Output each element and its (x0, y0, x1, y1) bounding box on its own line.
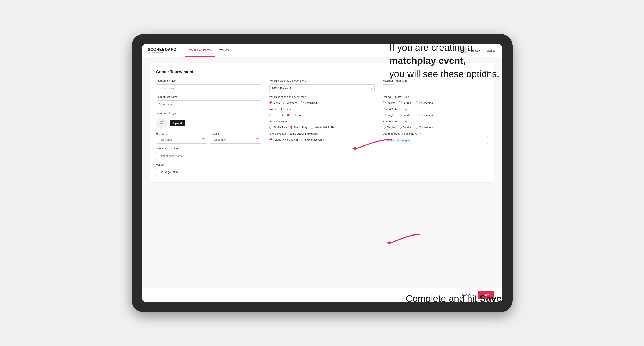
division-select-wrapper: NCAA Division I NCAA Division II NCAA Di… (270, 84, 374, 92)
individuals-radio[interactable] (301, 138, 304, 141)
tournament-host-section: Tournament Host (156, 79, 261, 92)
scoring-medal-match-play[interactable]: Medal Match Play (311, 126, 336, 129)
sponsor-section: Sponsor (optional) (156, 147, 261, 160)
scoring-section: Scoring system Stroke Play Match Play (270, 120, 374, 129)
division-section: Which division is the event for? NCAA Di… (270, 79, 374, 92)
teams-plus-individuals[interactable]: Teams (+Individuals) (270, 138, 298, 141)
scoring-label: Scoring system (270, 120, 374, 123)
gender-combined-radio[interactable] (301, 101, 304, 104)
ann-top-bold: matchplay event, (389, 55, 466, 66)
top-annotation: If you are creating a matchplay event, y… (389, 41, 574, 80)
individuals-only[interactable]: Individuals Only (301, 138, 324, 141)
ann-bottom-text1: Complete and hit (406, 293, 477, 304)
scoring-stroke-play[interactable]: Stroke Play (270, 126, 287, 129)
medal-match-play-radio[interactable] (311, 126, 314, 129)
tournament-host-label: Tournament Host (156, 79, 261, 82)
gender-womens-label: Womens (287, 101, 298, 104)
tournament-name-section: Tournament name (156, 95, 261, 108)
round-1[interactable]: 1 (270, 114, 275, 117)
nav-teams[interactable]: TEAMS (215, 44, 233, 57)
division-select[interactable]: NCAA Division I NCAA Division II NCAA Di… (270, 84, 374, 92)
ann-top-text1: If you are creating a (389, 42, 473, 53)
venue-select-wrapper: Search golf club (156, 168, 261, 176)
top-arrow (352, 137, 394, 157)
division-label: Which division is the event for? (270, 79, 374, 82)
start-date-wrapper: 📅 (156, 136, 208, 144)
rounds-radio-group: 1 2 3 (270, 114, 374, 117)
ann-bottom-bold: Save. (480, 293, 504, 304)
stroke-play-radio[interactable] (270, 126, 272, 129)
end-date-label: End date (210, 133, 220, 136)
logo-placeholder (156, 117, 168, 129)
bottom-annotation: Complete and hit Save. (406, 292, 570, 305)
tournament-logo-section: Tournament logo (156, 112, 261, 129)
round-2-radio[interactable] (278, 114, 281, 116)
gender-combined-label: Combined (305, 101, 317, 104)
svg-marker-3 (387, 241, 390, 245)
scoring-radio-group: Stroke Play Match Play Medal Match Play (270, 126, 374, 129)
gender-section: Which gender is the event for? Mens Wome… (270, 95, 374, 104)
date-row: Start date 📅 End date (156, 132, 261, 144)
rounds-label: Number of rounds (270, 108, 374, 111)
logo-area: SCOREBOARD Powered by clippit (148, 47, 176, 54)
bottom-arrow (385, 230, 422, 250)
left-column: Tournament Host Tournament name Tourname… (156, 79, 261, 176)
round-3[interactable]: 3 (287, 114, 292, 117)
svg-rect-0 (160, 121, 164, 125)
tournament-name-input[interactable] (156, 100, 261, 108)
upload-button[interactable]: Upload (170, 120, 185, 126)
start-date-section: Start date 📅 (156, 132, 208, 144)
gender-womens-radio[interactable] (283, 101, 286, 104)
round-3-label: 3 (290, 114, 292, 117)
round2-singles-radio[interactable] (383, 114, 386, 116)
app-logo-sub: Powered by clippit (148, 52, 176, 54)
individuals-label: Individuals Only (305, 138, 324, 141)
round1-singles-radio[interactable] (383, 101, 386, 104)
match-play-radio[interactable] (290, 126, 293, 129)
end-date-input[interactable] (210, 136, 261, 144)
match-play-label: Match Play (294, 126, 307, 129)
sponsor-input[interactable] (156, 152, 261, 160)
calendar-icon-2: 📅 (256, 138, 259, 141)
round-1-radio[interactable] (270, 114, 272, 116)
gender-mens-radio[interactable] (270, 101, 272, 104)
logo-upload-area: Upload (156, 117, 261, 129)
tournament-host-input[interactable] (156, 84, 261, 92)
start-date-input[interactable] (156, 136, 208, 144)
teams-label: Teams (+Individuals) (273, 138, 298, 141)
rounds-section: Number of rounds 1 2 (270, 108, 374, 117)
teams-individuals-label: Is this event for Teams and/or Individua… (270, 132, 374, 135)
start-date-label: Start date (156, 133, 168, 136)
gender-label: Which gender is the event for? (270, 95, 374, 98)
nav-tournaments[interactable]: TOURNAMENTS (185, 44, 215, 57)
venue-select[interactable]: Search golf club (156, 168, 261, 176)
date-section: Start date 📅 End date (156, 132, 261, 144)
round-4[interactable]: 4 (296, 114, 301, 117)
svg-point-1 (161, 122, 162, 123)
round-1-label: 1 (273, 114, 275, 117)
round-2[interactable]: 2 (278, 114, 284, 117)
medal-match-play-label: Medal Match Play (314, 126, 336, 129)
gender-mens[interactable]: Mens (270, 101, 280, 104)
scoring-match-play[interactable]: Match Play (290, 126, 307, 129)
stroke-play-label: Stroke Play (273, 126, 287, 129)
round-4-radio[interactable] (296, 114, 298, 116)
gender-womens[interactable]: Womens (283, 101, 298, 104)
middle-column: Which division is the event for? NCAA Di… (270, 79, 374, 176)
form-title: Create Tournament (156, 70, 194, 74)
teams-radio[interactable] (270, 138, 272, 141)
venue-section: Venue Search golf club (156, 163, 261, 176)
end-date-section: End date 📅 (210, 132, 261, 144)
tournament-name-label: Tournament name (156, 95, 261, 98)
top-arrow-svg (352, 137, 394, 154)
gender-combined[interactable]: Combined (301, 101, 317, 104)
venue-label: Venue (156, 163, 261, 166)
end-date-wrapper: 📅 (210, 136, 261, 144)
bottom-arrow-svg (385, 230, 422, 247)
calendar-icon: 📅 (202, 138, 205, 141)
tournament-logo-label: Tournament logo (156, 112, 261, 115)
sponsor-label: Sponsor (optional) (156, 147, 261, 150)
round3-singles-radio[interactable] (383, 126, 386, 129)
round-3-radio[interactable] (287, 114, 290, 116)
gender-mens-label: Mens (273, 101, 280, 104)
